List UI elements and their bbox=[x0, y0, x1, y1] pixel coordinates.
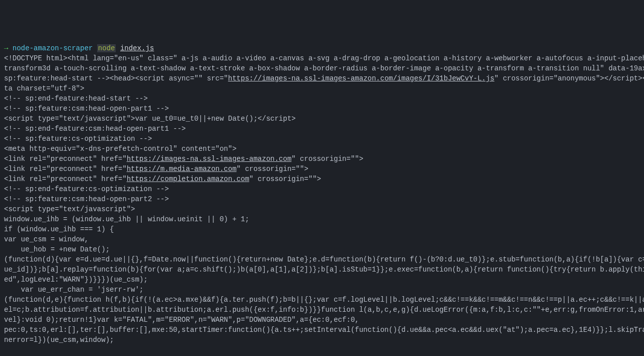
output-line: window.ue_ihb = (window.ue_ihb || window… bbox=[4, 214, 640, 224]
output-line: <!-- sp:feature:csm:head-open-part2 --> bbox=[4, 194, 640, 204]
prompt-command: node bbox=[97, 44, 116, 52]
url-link-icon: https://images-na.ssl-images-amazon.com bbox=[127, 155, 292, 163]
prompt-arrow-icon: → bbox=[4, 44, 8, 52]
output-line: pec:0,ts:0,erl:[],ter:[],buffer:[],mxe:5… bbox=[4, 325, 640, 335]
output-line: <!-- sp:end-feature:head-start --> bbox=[4, 94, 640, 104]
output-line: (function(d,e){function h(f,b){if(!(a.ec… bbox=[4, 295, 640, 305]
output-line: el=c;b.attribution=f.attribution||b.attr… bbox=[4, 305, 640, 315]
output-line: ta charset="utf-8"> bbox=[4, 83, 640, 94]
output-line: <!-- sp:end-feature:cs-optimization --> bbox=[4, 184, 640, 194]
output-line: var ue_err_chan = 'jserr-rw'; bbox=[4, 285, 640, 295]
output-line: <script type="text/javascript">var ue_t0… bbox=[4, 114, 640, 124]
output-line: vel}:void 0);return!1}var k="FATAL",m="E… bbox=[4, 315, 640, 325]
output-line: ue_hob = +new Date(); bbox=[4, 244, 640, 254]
output-line: var ue_csm = window, bbox=[4, 234, 640, 244]
output-line: <link rel="preconnect" href="https://m.m… bbox=[4, 164, 640, 174]
prompt-arg: index.js bbox=[120, 44, 154, 52]
output-line: <script type="text/javascript"> bbox=[4, 204, 640, 214]
output-line: transform3d a-touch-scrolling a-text-sha… bbox=[4, 63, 640, 73]
output-line: ed",logLevel:"WARN"})}}})(ue_csm); bbox=[4, 275, 640, 285]
output-line: <meta http-equiv="x-dns-prefetch-control… bbox=[4, 144, 640, 154]
prompt-dir: node-amazon-scraper bbox=[13, 44, 93, 52]
output-line: nerror=l})(ue_csm,window); bbox=[4, 335, 640, 345]
url-link-icon: https://m.media-amazon.com bbox=[127, 165, 236, 173]
prompt-line: → node-amazon-scraper node index.js bbox=[4, 43, 640, 53]
output-line: <!DOCTYPE html><html lang="en-us" class=… bbox=[4, 53, 640, 63]
output-line: sp:feature:head-start --><head><script a… bbox=[4, 73, 640, 83]
output-line: <!-- sp:feature:csm:head-open-part1 --> bbox=[4, 104, 640, 114]
output-line: <!-- sp:end-feature:csm:head-open-part1 … bbox=[4, 124, 640, 134]
output-line: <!-- sp:feature:cs-optimization --> bbox=[4, 134, 640, 144]
url-link-icon: https://completion.amazon.com bbox=[127, 175, 250, 183]
output-line: (function(d){var e=d.ue=d.ue||{},f=Date.… bbox=[4, 254, 640, 264]
output-line: ue_id])};b[a].replay=function(b){for(var… bbox=[4, 264, 640, 275]
output-line: <link rel="preconnect" href="https://ima… bbox=[4, 154, 640, 164]
output-line: if (window.ue_ihb === 1) { bbox=[4, 224, 640, 234]
terminal-output[interactable]: → node-amazon-scraper node index.js<!DOC… bbox=[4, 43, 640, 345]
url-link-icon: https://images-na.ssl-images-amazon.com/… bbox=[228, 74, 494, 82]
output-line: <link rel="preconnect" href="https://com… bbox=[4, 174, 640, 184]
